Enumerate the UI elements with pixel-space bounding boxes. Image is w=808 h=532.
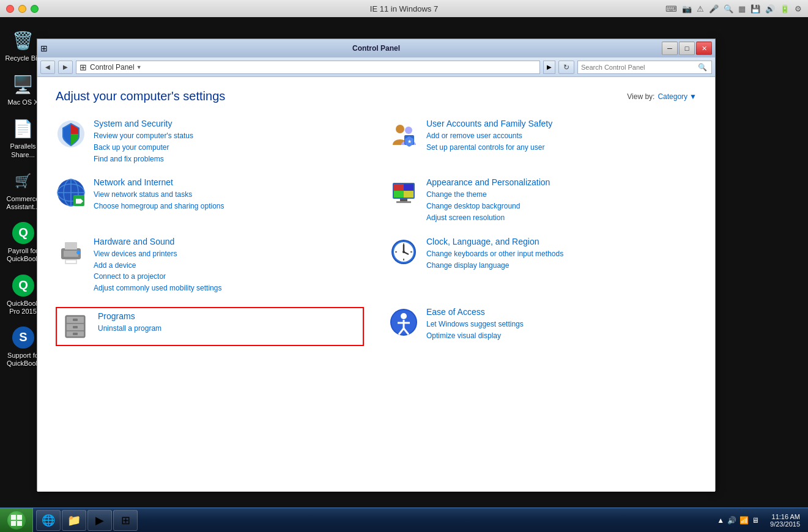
svg-text:★: ★: [407, 139, 412, 144]
programs-text: Programs Uninstall a program: [98, 311, 360, 335]
appearance-link-1[interactable]: Change desktop background: [426, 201, 697, 212]
mac-maximize-button[interactable]: [31, 5, 39, 13]
mac-window-buttons[interactable]: [6, 5, 39, 13]
refresh-button[interactable]: ↻: [558, 61, 574, 74]
svg-rect-47: [73, 326, 78, 328]
screenshot-icon: 📷: [682, 4, 692, 13]
taskbar-media-button[interactable]: ▶: [87, 510, 112, 531]
view-by-value[interactable]: Category ▼: [658, 92, 697, 101]
ease-link-0[interactable]: Let Windows suggest settings: [426, 319, 697, 330]
taskbar-control-panel-button[interactable]: ⊞: [113, 510, 138, 531]
mac-close-button[interactable]: [6, 5, 14, 13]
appearance-title[interactable]: Appearance and Personalization: [426, 177, 697, 187]
svg-rect-46: [73, 319, 78, 321]
programs-title[interactable]: Programs: [98, 311, 360, 321]
start-button[interactable]: [0, 508, 33, 533]
taskbar-ie-button[interactable]: 🌐: [36, 510, 61, 531]
system-security-link-2[interactable]: Find and fix problems: [94, 154, 364, 164]
svg-rect-25: [396, 201, 411, 203]
network-link-1[interactable]: Choose homegroup and sharing options: [94, 201, 364, 212]
control-panel-content: Adjust your computer's settings View by:…: [37, 77, 715, 492]
display-icon: ▦: [738, 4, 746, 13]
category-clock: Clock, Language, and Region Change keybo…: [388, 237, 697, 295]
tray-volume-icon[interactable]: 🔊: [727, 516, 736, 525]
tray-display-icon[interactable]: 🖥: [752, 516, 759, 525]
media-icon: ▶: [95, 514, 104, 527]
hardware-icon: [56, 237, 86, 267]
tray-network-icon[interactable]: 📶: [739, 516, 749, 525]
svg-rect-30: [66, 260, 76, 263]
network-icon: [56, 177, 86, 208]
hardware-title[interactable]: Hardware and Sound: [94, 237, 364, 246]
hardware-text: Hardware and Sound View devices and prin…: [94, 237, 364, 295]
mac-menu-icons: ⌨ 📷 ⚠ 🎤 🔍 ▦ 💾 🔊 🔋 ⚙: [665, 4, 802, 13]
clock-link-0[interactable]: Change keyboards or other input methods: [426, 249, 697, 259]
svg-point-51: [401, 313, 407, 319]
clock-link-1[interactable]: Change display language: [426, 260, 697, 271]
hardware-link-1[interactable]: Add a device: [94, 260, 364, 271]
system-security-link-1[interactable]: Back up your computer: [94, 142, 364, 153]
win-close-button[interactable]: ✕: [696, 42, 712, 55]
address-go-button[interactable]: ▶: [543, 61, 555, 74]
system-security-title[interactable]: System and Security: [94, 119, 364, 128]
taskbar-folder-button[interactable]: 📁: [62, 510, 86, 531]
win-maximize-button[interactable]: □: [679, 42, 695, 55]
hardware-link-2[interactable]: Connect to a projector: [94, 272, 364, 282]
hardware-link-3[interactable]: Adjust commonly used mobility settings: [94, 283, 364, 294]
clock-text: Clock, Language, and Region Change keybo…: [426, 237, 697, 272]
svg-rect-24: [400, 199, 407, 201]
settings-icon: ⚙: [795, 4, 802, 13]
svg-point-8: [396, 125, 404, 133]
appearance-link-0[interactable]: Change the theme: [426, 190, 697, 200]
view-by-category: Category: [658, 92, 688, 101]
win-title-text: Control Panel: [352, 44, 400, 53]
svg-text:Q: Q: [18, 226, 28, 239]
svg-rect-48: [73, 333, 78, 335]
mac-minimize-button[interactable]: [18, 5, 26, 13]
svg-point-9: [405, 127, 412, 134]
search-icon[interactable]: 🔍: [697, 61, 708, 73]
system-clock[interactable]: 11:16 AM 9/23/2015: [765, 513, 805, 528]
win-minimize-button[interactable]: ─: [662, 42, 678, 55]
user-accounts-title[interactable]: User Accounts and Family Safety: [426, 119, 697, 128]
appearance-icon: [388, 177, 419, 208]
win-control-buttons[interactable]: ─ □ ✕: [662, 42, 712, 55]
user-accounts-icon: ★: [388, 119, 419, 149]
ease-text: Ease of Access Let Windows suggest setti…: [426, 307, 697, 342]
user-accounts-link-0[interactable]: Add or remove user accounts: [426, 131, 697, 141]
clock-time: 11:16 AM: [770, 513, 800, 520]
svg-rect-28: [65, 242, 77, 249]
taskbar-items: 🌐 📁 ▶ ⊞: [33, 508, 141, 532]
ease-link-1[interactable]: Optimize visual display: [426, 331, 697, 341]
system-security-text: System and Security Review your computer…: [94, 119, 364, 165]
save-icon: 💾: [751, 4, 760, 13]
user-accounts-link-1[interactable]: Set up parental controls for any user: [426, 142, 697, 153]
system-security-link-0[interactable]: Review your computer's status: [94, 131, 364, 141]
nav-forward-button[interactable]: ▶: [58, 61, 73, 74]
network-title[interactable]: Network and Internet: [94, 177, 364, 187]
system-tray: ▲ 🔊 📶 🖥: [714, 516, 762, 525]
battery-icon: 🔋: [780, 4, 790, 13]
svg-rect-55: [17, 521, 22, 526]
ease-title[interactable]: Ease of Access: [426, 307, 697, 317]
view-by-label: View by:: [627, 92, 654, 101]
folder-icon: 📁: [67, 514, 81, 527]
network-link-0[interactable]: View network status and tasks: [94, 190, 364, 200]
address-bar-box[interactable]: ⊞ Control Panel ▼: [76, 61, 540, 74]
clock-title[interactable]: Clock, Language, and Region: [426, 237, 697, 246]
svg-rect-22: [394, 191, 404, 198]
search-input[interactable]: [581, 64, 697, 71]
svg-point-31: [76, 251, 80, 254]
view-by-control[interactable]: View by: Category ▼: [627, 92, 697, 101]
appearance-link-2[interactable]: Adjust screen resolution: [426, 213, 697, 223]
categories-grid: System and Security Review your computer…: [56, 119, 697, 346]
svg-rect-23: [404, 191, 413, 198]
hardware-link-0[interactable]: View devices and printers: [94, 249, 364, 259]
address-text: Control Panel: [90, 63, 135, 72]
appearance-text: Appearance and Personalization Change th…: [426, 177, 697, 224]
nav-back-button[interactable]: ◀: [40, 61, 55, 74]
ease-icon: [388, 307, 419, 338]
warning-icon: ⚠: [697, 4, 704, 13]
programs-link-0[interactable]: Uninstall a program: [98, 323, 360, 334]
search-box[interactable]: 🔍: [577, 61, 712, 74]
